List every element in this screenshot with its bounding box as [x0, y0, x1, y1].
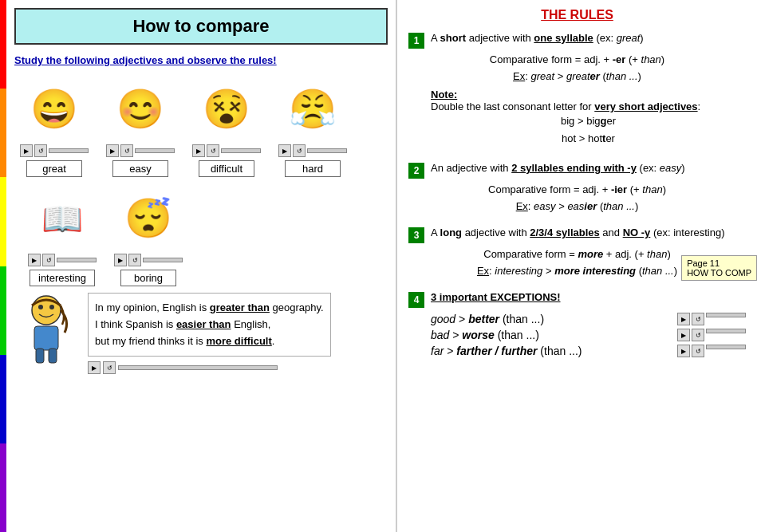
- emoji-item-hard: 😤 ▶ ↺ hard: [273, 77, 353, 177]
- play-btn-bad[interactable]: ▶: [677, 329, 690, 341]
- rule-block-4: 4 3 important EXCEPTIONS! good > better …: [408, 291, 746, 357]
- color-strip-orange: [0, 89, 6, 177]
- media-bar-boring: [143, 258, 183, 262]
- emoji-item-easy: 😊 ▶ ↺ easy: [101, 77, 180, 177]
- exception-bad: bad > worse (than ...) ▶ ↺: [431, 329, 746, 341]
- emoji-face-great: 😄: [22, 77, 86, 141]
- stop-btn-opinion[interactable]: ↺: [103, 361, 116, 374]
- examples-list-1: big > bigger hot > hotter: [431, 112, 746, 148]
- emoji-face-boring: 😴: [116, 187, 180, 250]
- emoji-item-difficult: 😵 ▶ ↺ difficult: [187, 77, 266, 177]
- color-strip-blue: [0, 355, 6, 443]
- svg-rect-3: [34, 326, 58, 350]
- exception-bad-controls: ▶ ↺: [677, 329, 746, 341]
- study-instruction: Study the following adjectives and obser…: [14, 54, 388, 66]
- media-bar-good: [706, 313, 746, 317]
- tooltip-page: Page 11: [687, 258, 751, 268]
- rule-number-1: 1: [408, 33, 424, 49]
- greater-than: greater than: [210, 301, 270, 313]
- rule-block-1: 1 A short adjective with one syllable (e…: [408, 32, 746, 148]
- rule-text-1: A short adjective with one syllable (ex:…: [431, 32, 644, 44]
- opinion-text-6: .: [272, 335, 275, 347]
- tooltip-box: Page 11 HOW TO COMP: [681, 255, 757, 281]
- play-btn-interesting[interactable]: ▶: [28, 254, 41, 266]
- rule-header-1: 1 A short adjective with one syllable (e…: [408, 32, 746, 49]
- play-btn-difficult[interactable]: ▶: [192, 144, 205, 157]
- rule-formula-1: Comparative form = adj. + -er (+ than): [408, 53, 746, 65]
- color-strip-red: [0, 0, 6, 89]
- rule-number-3: 3: [408, 227, 424, 243]
- media-controls-great: ▶ ↺: [20, 144, 89, 157]
- play-btn-good[interactable]: ▶: [677, 313, 690, 325]
- media-bar-interesting: [57, 258, 97, 262]
- page-title-box: How to compare: [14, 8, 388, 45]
- word-label-great: great: [26, 160, 82, 177]
- emoji-face-interesting: 📖: [30, 187, 94, 250]
- svg-point-2: [49, 305, 54, 309]
- opinion-text-5: but my friend thinks it is: [95, 335, 206, 347]
- opinion-section: In my opinion, English is greater than g…: [14, 293, 388, 374]
- color-strip-yellow: [0, 177, 6, 266]
- emoji-face-easy: 😊: [108, 77, 172, 141]
- person-avatar: [14, 293, 78, 365]
- opinion-text-4: English,: [231, 318, 271, 330]
- media-bar-opinion: [118, 365, 278, 370]
- media-bar-great: [49, 148, 89, 153]
- rule-header-3: 3 A long adjective with 2/3/4 syllables …: [408, 227, 746, 243]
- play-btn-boring[interactable]: ▶: [114, 254, 127, 266]
- stop-btn-bad[interactable]: ↺: [692, 329, 704, 341]
- exception-good-text: good > better (than ...): [431, 313, 544, 325]
- color-strip-green: [0, 266, 6, 355]
- stop-btn-great[interactable]: ↺: [34, 144, 47, 157]
- rule-block-2: 2 An adjective with 2 syllables ending w…: [408, 162, 746, 212]
- opinion-media-controls: ▶ ↺: [88, 361, 331, 374]
- stop-btn-boring[interactable]: ↺: [128, 254, 141, 266]
- media-controls-interesting: ▶ ↺: [28, 254, 97, 266]
- stop-btn-good[interactable]: ↺: [692, 313, 704, 325]
- exception-far-controls: ▶ ↺: [677, 345, 746, 357]
- exception-good: good > better (than ...) ▶ ↺: [431, 313, 746, 325]
- rule-text-3: A long adjective with 2/3/4 syllables an…: [431, 227, 725, 238]
- emoji-face-difficult: 😵: [195, 77, 258, 141]
- svg-point-1: [38, 305, 43, 309]
- play-btn-hard[interactable]: ▶: [278, 144, 291, 157]
- stop-btn-far[interactable]: ↺: [692, 345, 704, 357]
- play-btn-easy[interactable]: ▶: [106, 144, 119, 157]
- rule-number-4: 4: [408, 292, 424, 308]
- opinion-box: In my opinion, English is greater than g…: [88, 293, 331, 357]
- tooltip-text: HOW TO COMP: [687, 268, 751, 278]
- word-label-hard: hard: [285, 160, 341, 177]
- media-bar-bad: [706, 329, 746, 333]
- opinion-content: In my opinion, English is greater than g…: [88, 293, 331, 374]
- left-panel: How to compare Study the following adjec…: [6, 0, 397, 532]
- media-controls-hard: ▶ ↺: [278, 144, 347, 157]
- exception-far: far > farther / further (than ...) ▶ ↺: [431, 345, 746, 357]
- exception-bad-text: bad > worse (than ...): [431, 329, 539, 341]
- rule-text-2: An adjective with 2 syllables ending wit…: [431, 162, 685, 174]
- rule-example-2: Ex: easy > easier (than ...): [408, 200, 746, 212]
- stop-btn-interesting[interactable]: ↺: [42, 254, 55, 266]
- stop-btn-hard[interactable]: ↺: [293, 144, 306, 157]
- emoji-item-boring: 😴 ▶ ↺ boring: [108, 187, 188, 286]
- play-btn-far[interactable]: ▶: [677, 345, 690, 357]
- page-title: How to compare: [22, 16, 380, 37]
- emoji-face-hard: 😤: [281, 77, 345, 141]
- stop-btn-difficult[interactable]: ↺: [207, 144, 219, 157]
- note-text-1: Double the last consonant letter for ver…: [431, 100, 700, 112]
- opinion-text-2: geography.: [270, 301, 324, 313]
- opinion-text-1: In my opinion, English is: [95, 301, 210, 313]
- word-label-interesting: interesting: [30, 270, 95, 286]
- rule-header-4: 4 3 important EXCEPTIONS!: [408, 291, 746, 308]
- play-btn-opinion[interactable]: ▶: [88, 361, 101, 374]
- play-btn-great[interactable]: ▶: [20, 144, 33, 157]
- opinion-text-3: I think Spanish is: [95, 318, 176, 330]
- word-label-difficult: difficult: [199, 160, 254, 177]
- svg-rect-5: [49, 349, 57, 363]
- media-controls-easy: ▶ ↺: [106, 144, 175, 157]
- easier-than: easier than: [176, 318, 231, 330]
- emoji-grid-top: 😄 ▶ ↺ great 😊 ▶ ↺ easy 😵 ▶ ↺: [14, 77, 388, 177]
- exception-good-controls: ▶ ↺: [677, 313, 746, 325]
- stop-btn-easy[interactable]: ↺: [120, 144, 133, 157]
- rule-text-4: 3 important EXCEPTIONS!: [431, 291, 561, 303]
- emoji-grid-bottom: 📖 ▶ ↺ interesting 😴 ▶ ↺ boring: [22, 187, 388, 286]
